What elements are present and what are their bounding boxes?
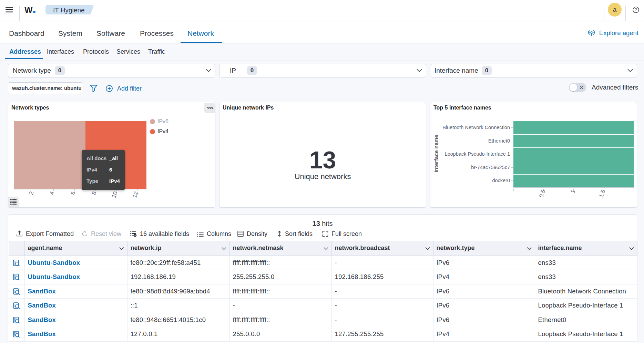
svg-text:?: ? [635,8,637,12]
